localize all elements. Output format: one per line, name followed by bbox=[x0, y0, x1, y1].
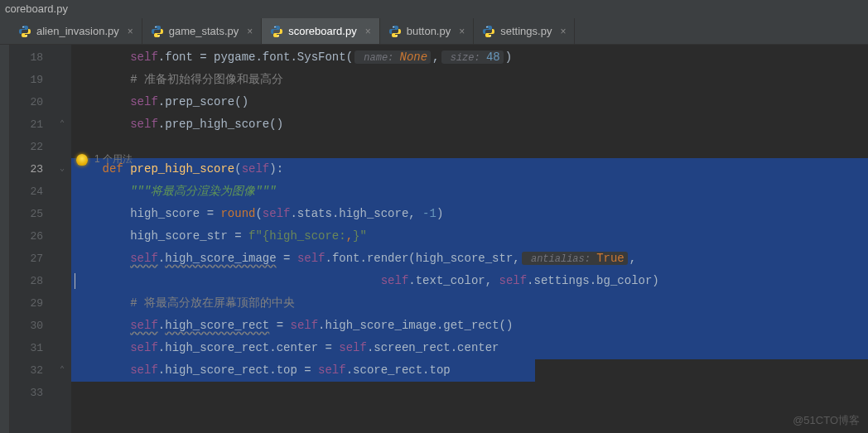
line-number: 27 bbox=[10, 248, 58, 270]
svg-point-0 bbox=[22, 26, 23, 26]
python-file-icon bbox=[18, 25, 31, 38]
python-file-icon bbox=[151, 25, 164, 38]
tab-label: game_stats.py bbox=[169, 25, 239, 37]
line-number-gutter: 18 19 20 21 22 23 24 25 26 27 28 29 30 3… bbox=[10, 45, 58, 433]
svg-point-7 bbox=[396, 35, 397, 36]
line-number: 28 bbox=[10, 270, 58, 292]
svg-point-5 bbox=[278, 35, 279, 36]
close-icon[interactable]: × bbox=[128, 26, 133, 37]
tab-label: button.py bbox=[407, 25, 451, 37]
line-number: 24 bbox=[10, 180, 58, 203]
code-line[interactable]: high_score_str = f"{high_score:,}" bbox=[71, 225, 868, 248]
code-line[interactable]: # 将最高分放在屏幕顶部的中央 bbox=[71, 292, 868, 315]
close-icon[interactable]: × bbox=[247, 26, 253, 37]
close-icon[interactable]: × bbox=[560, 26, 566, 37]
code-area[interactable]: self.font = pygame.font.SysFont( name: N… bbox=[71, 45, 868, 433]
code-line[interactable]: def prep_high_score(self): bbox=[71, 158, 868, 180]
python-file-icon bbox=[482, 25, 495, 38]
code-line[interactable]: high_score = round(self.stats.high_score… bbox=[71, 203, 868, 225]
code-line[interactable]: self.text_color, self.settings.bg_color) bbox=[71, 270, 868, 292]
window-title: coreboard.py bbox=[0, 0, 868, 18]
svg-point-9 bbox=[490, 35, 491, 36]
close-icon[interactable]: × bbox=[459, 26, 465, 37]
code-line[interactable] bbox=[71, 136, 868, 158]
python-file-icon bbox=[270, 25, 283, 38]
code-line[interactable]: self.font = pygame.font.SysFont( name: N… bbox=[71, 46, 868, 69]
close-icon[interactable]: × bbox=[365, 26, 371, 37]
line-number: 20 bbox=[10, 91, 58, 113]
line-number: 22 bbox=[10, 136, 58, 158]
line-number: 23 bbox=[10, 158, 58, 180]
line-number: 31 bbox=[10, 337, 58, 359]
fold-end-icon[interactable]: ⌃ bbox=[60, 120, 68, 128]
code-line[interactable]: # 准备初始得分图像和最高分 bbox=[71, 69, 868, 91]
line-number: 19 bbox=[10, 69, 58, 91]
tab-label: alien_invasion.py bbox=[36, 25, 119, 37]
tab-label: scoreboard.py bbox=[288, 25, 356, 37]
editor-tabs: alien_invasion.py × game_stats.py × scor… bbox=[0, 18, 868, 45]
code-line[interactable] bbox=[71, 382, 868, 404]
watermark: @51CTO博客 bbox=[793, 413, 860, 428]
tab-settings[interactable]: settings.py × bbox=[474, 18, 575, 44]
tab-button[interactable]: button.py × bbox=[380, 18, 475, 44]
svg-point-4 bbox=[275, 26, 276, 26]
svg-point-2 bbox=[155, 26, 156, 26]
fold-column: ⌃ ⌄ ⌃ bbox=[58, 45, 71, 433]
line-number: 21 bbox=[10, 113, 58, 136]
svg-point-1 bbox=[26, 35, 27, 36]
python-file-icon bbox=[388, 25, 402, 38]
fold-start-icon[interactable]: ⌄ bbox=[60, 165, 68, 173]
intention-bulb-icon[interactable] bbox=[76, 154, 88, 166]
code-line[interactable]: self.high_score_rect.center = self.scree… bbox=[71, 337, 868, 359]
tab-scoreboard[interactable]: scoreboard.py × bbox=[262, 18, 379, 44]
svg-point-6 bbox=[393, 26, 393, 26]
svg-point-3 bbox=[158, 35, 159, 36]
fold-end-icon[interactable]: ⌃ bbox=[60, 366, 68, 374]
tab-label: settings.py bbox=[500, 25, 552, 37]
code-editor[interactable]: 18 19 20 21 22 23 24 25 26 27 28 29 30 3… bbox=[0, 45, 868, 433]
line-number: 33 bbox=[10, 382, 58, 404]
line-number: 26 bbox=[10, 225, 58, 248]
svg-point-8 bbox=[487, 26, 488, 26]
code-line[interactable]: self.prep_high_score() bbox=[71, 113, 868, 136]
line-number: 25 bbox=[10, 203, 58, 225]
tab-alien-invasion[interactable]: alien_invasion.py × bbox=[10, 18, 142, 44]
line-number: 32 bbox=[10, 359, 58, 382]
left-tool-strip bbox=[0, 45, 10, 433]
code-line[interactable]: self.high_score_image = self.font.render… bbox=[71, 248, 868, 270]
line-number: 18 bbox=[10, 46, 58, 69]
code-line[interactable]: """将最高分渲染为图像""" bbox=[71, 180, 868, 203]
line-number: 29 bbox=[10, 292, 58, 315]
code-line[interactable]: self.prep_score() bbox=[71, 91, 868, 113]
code-line[interactable]: self.high_score_rect.top = self.score_re… bbox=[71, 359, 868, 382]
tab-game-stats[interactable]: game_stats.py × bbox=[142, 18, 263, 44]
line-number: 30 bbox=[10, 315, 58, 337]
code-line[interactable]: self.high_score_rect = self.high_score_i… bbox=[71, 315, 868, 337]
